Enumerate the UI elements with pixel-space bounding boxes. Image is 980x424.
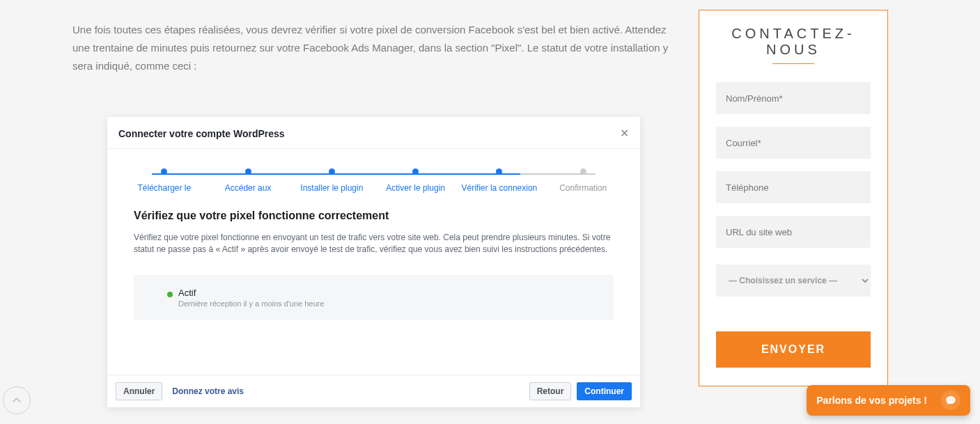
svg-point-0 (949, 400, 949, 400)
back-button[interactable]: Retour (529, 382, 572, 400)
fb-step-2: Accéder aux (206, 168, 290, 193)
name-field[interactable] (716, 82, 871, 114)
close-icon[interactable]: ✕ (620, 127, 629, 140)
fb-modal-header: Connecter votre compte WordPress ✕ (107, 117, 640, 149)
fb-modal-footer: Annuler Donnez votre avis Retour Continu… (107, 375, 640, 407)
title-underline (772, 63, 814, 64)
fb-modal-title: Connecter votre compte WordPress (118, 128, 285, 139)
fb-step-6: Confirmation (541, 168, 625, 193)
chat-widget[interactable]: Parlons de vos projets ! (807, 385, 970, 416)
fb-step-5: Vérifier la connexion (458, 168, 541, 193)
submit-button[interactable]: ENVOYER (716, 331, 871, 368)
article-paragraph: Une fois toutes ces étapes réalisées, vo… (72, 21, 678, 75)
status-subtext: Dernière réception il y a moins d'une he… (178, 299, 597, 308)
fb-modal-body: Vérifiez que votre pixel fonctionne corr… (107, 204, 640, 375)
cancel-button[interactable]: Annuler (116, 382, 162, 400)
continue-button[interactable]: Continuer (577, 382, 632, 400)
status-dot-icon (167, 292, 173, 297)
fb-modal: Connecter votre compte WordPress ✕ Téléc… (107, 117, 640, 407)
phone-field[interactable] (716, 171, 871, 203)
article-content: Une fois toutes ces étapes réalisées, vo… (72, 21, 678, 407)
svg-point-2 (952, 400, 953, 400)
contact-sidebar: CONTACTEZ-NOUS — Choisissez un service —… (699, 10, 888, 386)
email-field[interactable] (716, 127, 871, 159)
service-select[interactable]: — Choisissez un service — (716, 265, 871, 297)
fb-step-1: Télécharger le (123, 168, 206, 193)
fb-status-box: Actif Dernière réception il y a moins d'… (134, 275, 614, 320)
scroll-to-top-button[interactable] (3, 386, 31, 414)
chat-widget-text: Parlons de vos projets ! (816, 395, 927, 406)
sidebar-title: CONTACTEZ-NOUS (716, 26, 871, 58)
fb-subtitle: Vérifiez que votre pixel fonctionne corr… (134, 210, 614, 222)
svg-point-1 (950, 400, 951, 400)
feedback-link[interactable]: Donnez votre avis (172, 386, 244, 396)
fb-stepper: Télécharger le Accéder aux Installer le … (107, 149, 640, 204)
url-field[interactable] (716, 216, 871, 248)
status-label: Actif (178, 288, 597, 298)
fb-step-3: Installer le plugin (290, 168, 374, 193)
fb-description: Vérifiez que votre pixel fonctionne en e… (134, 232, 614, 256)
fb-step-4: Activer le plugin (374, 168, 458, 193)
chat-icon (941, 391, 960, 410)
